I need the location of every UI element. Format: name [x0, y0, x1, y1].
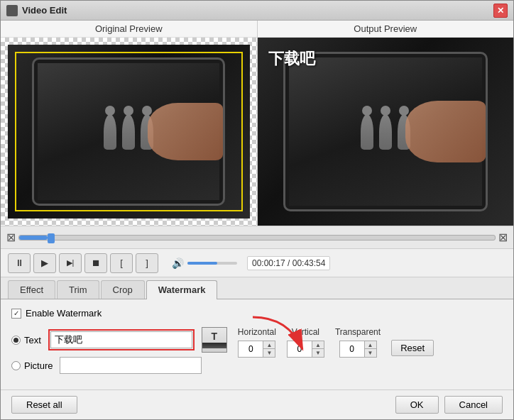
original-preview-label: Original Preview: [1, 21, 257, 38]
vertical-value: 0: [288, 341, 312, 357]
time-display: 00:00:17 / 00:43:54: [247, 256, 330, 270]
timeline-area: ⊠ ⊠: [1, 226, 513, 249]
app-icon: [6, 5, 18, 16]
title-bar-left: Video Edit: [6, 5, 67, 16]
title-bar: Video Edit ✕: [1, 1, 513, 21]
close-button[interactable]: ✕: [493, 4, 508, 18]
timeline-thumb[interactable]: [48, 233, 55, 243]
horizontal-value: 0: [239, 341, 263, 357]
picture-radio-label: Picture: [24, 360, 53, 371]
hand-element: [148, 103, 224, 160]
phone-outline: [32, 57, 225, 205]
picture-row: Picture: [11, 357, 227, 374]
bottom-buttons: Reset all OK Cancel: [1, 389, 513, 419]
picture-radio-button[interactable]: [11, 361, 21, 370]
volume-slider[interactable]: [187, 262, 237, 265]
output-video-frame: 下载吧: [258, 38, 514, 226]
video-edit-window: Video Edit ✕ Original Preview: [0, 0, 514, 420]
tab-crop[interactable]: Crop: [101, 280, 145, 299]
volume-fill: [187, 262, 217, 265]
reset-button[interactable]: Reset: [391, 340, 434, 356]
output-figure-silhouette: [361, 114, 410, 150]
tab-trim[interactable]: Trim: [57, 280, 99, 299]
text-input-border: 下载吧: [48, 329, 195, 350]
controls-area: ⏸ ▶ ▶| ⏹ [ ] 🔊 00:00:17 / 00:43:54: [1, 249, 513, 277]
volume-section: 🔊: [172, 258, 237, 269]
mark-in-button[interactable]: [: [110, 253, 133, 273]
vertical-arrows: ▲ ▼: [312, 341, 324, 357]
horizontal-arrows: ▲ ▼: [263, 341, 275, 357]
output-phone-outline: [283, 52, 488, 211]
timeline-bar[interactable]: [18, 235, 496, 241]
window-title: Video Edit: [22, 5, 67, 16]
enable-watermark-row: ✓ Enable Watermark: [11, 308, 503, 319]
watermark-left-side: Text 下载吧 T Pictu: [11, 327, 227, 374]
transparent-down-arrow[interactable]: ▼: [365, 349, 376, 357]
transparent-up-arrow[interactable]: ▲: [365, 341, 376, 349]
original-preview-canvas: [1, 38, 257, 226]
timeline-progress: [19, 236, 48, 240]
figure-2: [122, 114, 135, 150]
play-button[interactable]: ▶: [33, 253, 56, 273]
volume-icon: 🔊: [172, 258, 184, 269]
watermark-text-input[interactable]: 下载吧: [50, 331, 192, 348]
transparent-value: 0: [340, 341, 365, 357]
transparent-spinner[interactable]: 0 ▲ ▼: [339, 341, 377, 358]
right-controls: Horizontal 0 ▲ ▼ Vertical 0: [238, 327, 434, 358]
cancel-button[interactable]: Cancel: [444, 396, 503, 414]
figure-silhouette: [104, 114, 153, 150]
tabs-area: Effect Trim Crop Watermark: [1, 277, 513, 299]
next-frame-button[interactable]: ▶|: [59, 253, 82, 273]
original-video-content: [8, 45, 250, 219]
spinners-row: Horizontal 0 ▲ ▼ Vertical 0: [238, 327, 434, 358]
vertical-label: Vertical: [292, 327, 319, 337]
vertical-up-arrow[interactable]: ▲: [312, 341, 324, 349]
text-radio-item: Text: [11, 335, 41, 346]
picture-radio-item: Picture: [11, 360, 53, 371]
vertical-spinner-group: Vertical 0 ▲ ▼: [287, 327, 324, 358]
picture-input[interactable]: [60, 357, 202, 374]
watermark-section: Text 下载吧 T Pictu: [11, 327, 503, 374]
font-t-icon: T: [212, 331, 218, 341]
transparent-spinner-group: Transparent 0 ▲ ▼: [335, 327, 381, 358]
output-preview-canvas: 下载吧: [258, 38, 514, 226]
original-preview-panel: Original Preview: [1, 21, 258, 226]
reset-all-button[interactable]: Reset all: [11, 396, 77, 414]
horizontal-label: Horizontal: [238, 327, 276, 337]
mark-out-button[interactable]: ]: [136, 253, 158, 273]
output-figure-1: [361, 114, 373, 150]
watermark-text-value: 下载吧: [55, 333, 82, 346]
enable-watermark-checkbox[interactable]: ✓: [11, 309, 21, 319]
ok-button[interactable]: OK: [395, 396, 439, 414]
tab-watermark[interactable]: Watermark: [146, 280, 218, 299]
tab-effect[interactable]: Effect: [8, 280, 55, 299]
transparent-label: Transparent: [335, 327, 381, 337]
horizontal-down-arrow[interactable]: ▼: [263, 349, 275, 357]
horizontal-spinner-group: Horizontal 0 ▲ ▼: [238, 327, 276, 358]
font-btn-bar: [202, 343, 226, 348]
output-hand-element: [405, 101, 486, 163]
output-preview-panel: Output Preview: [258, 21, 514, 226]
output-watermark-text: 下载吧: [268, 48, 315, 70]
watermark-content: ✓ Enable Watermark Text 下载吧: [1, 299, 513, 389]
output-figure-2: [379, 114, 392, 150]
vertical-spinner[interactable]: 0 ▲ ▼: [287, 341, 324, 358]
text-row: Text 下载吧 T: [11, 327, 227, 353]
stop-button[interactable]: ⏹: [84, 253, 107, 273]
output-preview-label: Output Preview: [258, 21, 514, 38]
figure-1: [104, 114, 116, 150]
horizontal-spinner[interactable]: 0 ▲ ▼: [238, 341, 275, 358]
timeline-left-icon[interactable]: ⊠: [6, 231, 16, 244]
font-settings-button[interactable]: T: [202, 327, 227, 353]
pause-button[interactable]: ⏸: [8, 253, 31, 273]
enable-watermark-label: Enable Watermark: [26, 308, 102, 319]
transparent-arrows: ▲ ▼: [365, 341, 376, 357]
preview-area: Original Preview: [1, 21, 513, 226]
original-video-frame: [8, 45, 250, 219]
text-radio-label: Text: [24, 335, 41, 346]
timeline-right-icon[interactable]: ⊠: [498, 231, 508, 244]
text-radio-button[interactable]: [11, 336, 21, 345]
horizontal-up-arrow[interactable]: ▲: [263, 341, 275, 349]
vertical-down-arrow[interactable]: ▼: [312, 349, 324, 357]
